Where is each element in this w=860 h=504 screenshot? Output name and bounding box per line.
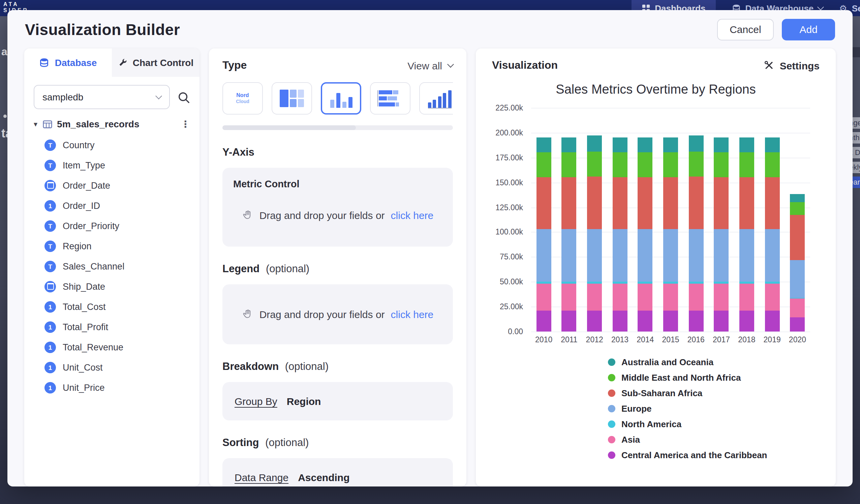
search-button[interactable] <box>177 91 190 103</box>
y-axis-heading: Y-Axis <box>223 146 453 158</box>
field-row-order_priority[interactable]: TOrder_Priority <box>24 216 200 236</box>
bar-segment <box>663 177 678 229</box>
legend-item[interactable]: North America <box>608 419 820 429</box>
sorting-optional-label: (optional) <box>265 437 309 448</box>
field-row-item_type[interactable]: TItem_Type <box>24 155 200 175</box>
field-row-order_date[interactable]: Order_Date <box>24 175 200 196</box>
chart-type-column[interactable] <box>419 82 453 115</box>
bar-segment <box>739 284 754 311</box>
bar-segment <box>790 260 805 298</box>
thumbnail-scrollbar[interactable] <box>223 125 453 130</box>
legend-item[interactable]: Central America and the Caribbean <box>608 450 820 460</box>
legend-item[interactable]: Australia and Oceania <box>608 357 820 367</box>
bar-segment <box>739 177 754 229</box>
field-type-text-icon: T <box>44 240 56 252</box>
legend-label: Europe <box>621 404 652 414</box>
bar-segment <box>536 153 551 177</box>
stacked-bar-2015[interactable] <box>663 108 678 332</box>
datasource-select[interactable]: sampledb <box>34 85 170 109</box>
group-by-row[interactable]: Group By Region <box>223 382 453 420</box>
field-type-date-icon <box>44 179 56 191</box>
field-row-sales_channel[interactable]: TSales_Channel <box>24 256 200 276</box>
chart-settings-button[interactable]: Settings <box>764 60 820 71</box>
stacked-bar-2016[interactable] <box>688 108 703 332</box>
bar-chart-preview <box>330 89 352 108</box>
bar-segment <box>587 136 602 152</box>
field-label: Sales_Channel <box>63 261 124 271</box>
sorting-heading-label: Sorting <box>223 437 259 448</box>
x-tick-label: 2018 <box>734 335 759 344</box>
tab-database[interactable]: Database <box>24 48 112 77</box>
field-row-ship_date[interactable]: Ship_Date <box>24 276 200 297</box>
field-row-total_revenue[interactable]: 1Total_Revenue <box>24 337 200 357</box>
stacked-bar-2020[interactable] <box>790 108 805 332</box>
sorting-row[interactable]: Data Range Ascending <box>223 458 453 487</box>
metric-control-dropzone[interactable]: Metric Control Drag and drop your fields… <box>223 168 453 247</box>
type-panel: Type View all Nord Cloud <box>209 48 467 487</box>
drop-text: Drag and drop your fields or <box>259 308 385 320</box>
modal-body: Database Chart Control sampledb <box>8 44 852 487</box>
datasource-row: sampledb <box>24 77 200 115</box>
legend-item[interactable]: Europe <box>608 404 820 414</box>
group-by-label[interactable]: Group By <box>234 395 277 407</box>
view-all-button[interactable]: View all <box>407 60 453 71</box>
click-here-link[interactable]: click here <box>391 308 434 320</box>
kebab-menu-icon[interactable]: ⋮ <box>181 119 190 129</box>
sorting-label[interactable]: Data Range <box>234 472 288 483</box>
field-row-total_cost[interactable]: 1Total_Cost <box>24 297 200 317</box>
treemap-preview <box>280 90 304 107</box>
legend-color-dot <box>608 405 615 412</box>
bar-segment <box>790 202 805 215</box>
stacked-bar-2012[interactable] <box>587 108 602 332</box>
metric-control-title: Metric Control <box>233 178 442 189</box>
bar-segment <box>612 229 627 282</box>
tab-chart-control[interactable]: Chart Control <box>112 48 200 77</box>
bar-segment <box>739 311 754 332</box>
bar-segment <box>536 311 551 332</box>
bar-segment <box>612 153 627 177</box>
field-row-unit_price[interactable]: 1Unit_Price <box>24 377 200 398</box>
bar-segment <box>714 138 729 153</box>
stacked-bar-2011[interactable] <box>562 108 577 332</box>
field-row-order_id[interactable]: 1Order_ID <box>24 196 200 216</box>
click-here-link[interactable]: click here <box>391 210 434 221</box>
field-row-total_profit[interactable]: 1Total_Profit <box>24 317 200 337</box>
chart-type-horizontal-stacked-bar[interactable] <box>370 82 411 115</box>
field-label: Region <box>63 241 92 251</box>
chart-type-word-cloud[interactable]: Nord Cloud <box>223 82 263 115</box>
field-row-country[interactable]: TCountry <box>24 135 200 155</box>
bar-segment <box>688 311 703 332</box>
field-row-region[interactable]: TRegion <box>24 236 200 256</box>
stacked-bar-2014[interactable] <box>638 108 653 332</box>
bar-group-2018 <box>734 108 759 332</box>
field-type-date-icon <box>44 280 56 292</box>
bar-segment <box>536 229 551 282</box>
stacked-bar-2013[interactable] <box>612 108 627 332</box>
breakdown-heading: Breakdown (optional) <box>223 360 453 373</box>
legend-item[interactable]: Sub-Saharan Africa <box>608 388 820 398</box>
stacked-bar-2017[interactable] <box>714 108 729 332</box>
chevron-down-icon <box>817 4 824 11</box>
table-tree-item[interactable]: ▾ 5m_sales_records ⋮ <box>24 115 200 133</box>
legend-dropzone[interactable]: Drag and drop your fields or click here <box>223 284 453 344</box>
bar-segment <box>688 229 703 282</box>
breakdown-heading-label: Breakdown <box>223 360 279 372</box>
legend-item[interactable]: Middle East and North Africa <box>608 373 820 383</box>
bar-segment <box>562 284 577 311</box>
sorting-value: Ascending <box>298 472 349 483</box>
legend-item[interactable]: Asia <box>608 435 820 445</box>
stacked-bar-2019[interactable] <box>765 108 779 332</box>
stacked-bar-2018[interactable] <box>739 108 754 332</box>
field-label: Order_Date <box>63 180 110 190</box>
cancel-button[interactable]: Cancel <box>717 19 774 40</box>
chart-type-treemap[interactable] <box>272 82 312 115</box>
group-by-value: Region <box>287 395 321 407</box>
caret-down-icon[interactable]: ▾ <box>34 119 38 128</box>
word-cloud-word: Cloud <box>236 99 249 104</box>
field-row-unit_cost[interactable]: 1Unit_Cost <box>24 357 200 377</box>
chart-type-bar-selected[interactable] <box>321 82 361 115</box>
bar-group-2017 <box>709 108 734 332</box>
y-axis-labels: 225.00k200.00k175.00k150.00k125.00k100.0… <box>492 108 531 332</box>
stacked-bar-2010[interactable] <box>536 108 551 332</box>
add-button[interactable]: Add <box>782 19 835 40</box>
